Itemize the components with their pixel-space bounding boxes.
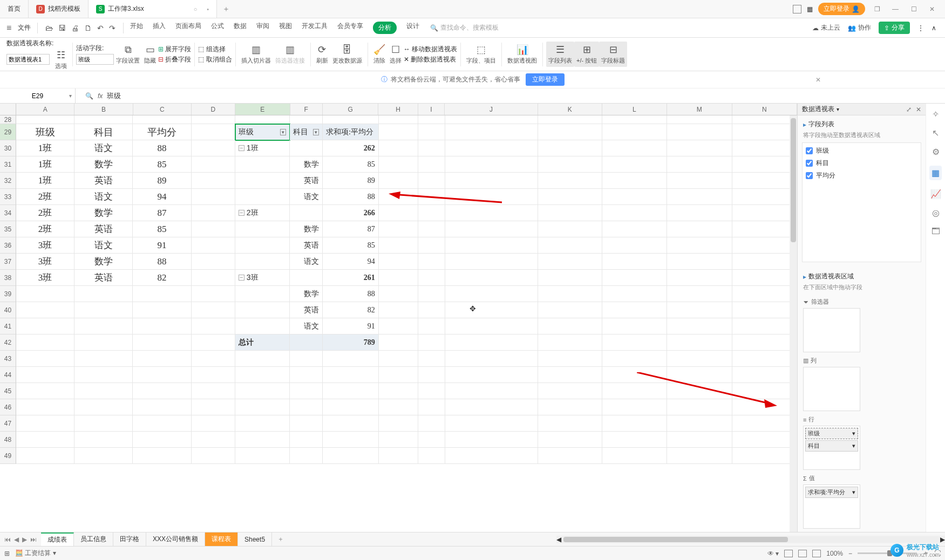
cell[interactable] bbox=[667, 115, 732, 124]
cell[interactable] bbox=[602, 156, 667, 173]
active-field-input[interactable] bbox=[76, 54, 114, 65]
cell[interactable] bbox=[667, 237, 732, 254]
cell[interactable] bbox=[74, 415, 133, 432]
cell[interactable] bbox=[538, 399, 602, 415]
sheet-tab-2[interactable]: 员工信息 bbox=[74, 532, 113, 546]
cell[interactable]: 88 bbox=[133, 140, 191, 156]
row-header[interactable]: 43 bbox=[0, 351, 16, 367]
cell[interactable] bbox=[74, 334, 133, 351]
cell[interactable]: −2班 bbox=[235, 205, 290, 221]
cell[interactable] bbox=[192, 432, 235, 448]
cell[interactable] bbox=[192, 189, 235, 205]
col-header-J[interactable]: J bbox=[445, 104, 538, 115]
row-header[interactable]: 31 bbox=[0, 156, 16, 173]
cell[interactable] bbox=[602, 286, 667, 302]
cell[interactable] bbox=[418, 351, 445, 367]
cell[interactable] bbox=[16, 115, 74, 124]
cell[interactable]: 1班 bbox=[16, 156, 74, 173]
command-search[interactable]: 🔍 查找命令、搜索模板 bbox=[430, 23, 499, 32]
cell[interactable] bbox=[418, 237, 445, 254]
cell[interactable] bbox=[445, 205, 539, 221]
cell[interactable] bbox=[732, 383, 797, 399]
cell[interactable] bbox=[379, 237, 419, 254]
cell[interactable] bbox=[418, 205, 445, 221]
row-header[interactable]: 46 bbox=[0, 399, 16, 415]
window-restore-icon[interactable]: ❐ bbox=[871, 5, 883, 13]
grid-icon[interactable]: ▦ bbox=[807, 5, 813, 13]
cell[interactable] bbox=[16, 351, 74, 367]
cell[interactable] bbox=[235, 415, 290, 432]
qat-print-icon[interactable]: 🖨 bbox=[71, 24, 79, 32]
window-close-icon[interactable]: ✕ bbox=[926, 5, 939, 13]
cell[interactable] bbox=[732, 140, 797, 156]
cell[interactable] bbox=[235, 221, 290, 237]
field-settings-button[interactable]: ⧉字段设置 bbox=[114, 44, 142, 65]
row-header[interactable]: 36 bbox=[0, 237, 16, 254]
cell[interactable] bbox=[418, 302, 445, 318]
cell[interactable] bbox=[732, 415, 797, 432]
cell[interactable] bbox=[418, 124, 445, 140]
cell[interactable] bbox=[602, 432, 667, 448]
area-filter-well[interactable] bbox=[803, 308, 860, 352]
cell[interactable] bbox=[74, 367, 133, 383]
qat-preview-icon[interactable]: 🗋 bbox=[84, 24, 92, 32]
status-mode-icon[interactable]: ⊞ bbox=[4, 550, 10, 557]
cell[interactable] bbox=[133, 448, 191, 464]
cell[interactable] bbox=[235, 237, 290, 254]
cell[interactable] bbox=[445, 286, 539, 302]
view-normal-icon[interactable] bbox=[784, 550, 793, 557]
cell[interactable] bbox=[379, 124, 419, 140]
tab-add[interactable]: ＋ bbox=[217, 4, 235, 14]
cell[interactable]: 语文 bbox=[74, 189, 133, 205]
cell[interactable] bbox=[192, 334, 235, 351]
cell[interactable] bbox=[732, 173, 797, 189]
cell[interactable]: 3班 bbox=[16, 237, 74, 254]
menu-start[interactable]: 开始 bbox=[130, 22, 143, 34]
cell[interactable] bbox=[235, 399, 290, 415]
cell[interactable] bbox=[290, 270, 323, 286]
cell[interactable] bbox=[538, 221, 602, 237]
cell[interactable] bbox=[538, 173, 602, 189]
cell[interactable] bbox=[732, 205, 797, 221]
cloud-status[interactable]: ☁ 未上云 bbox=[812, 23, 840, 32]
name-box-dropdown-icon[interactable]: ▾ bbox=[69, 93, 72, 99]
cell[interactable] bbox=[235, 302, 290, 318]
cell[interactable] bbox=[379, 156, 419, 173]
cell[interactable] bbox=[445, 351, 539, 367]
login-button[interactable]: 立即登录 👤 bbox=[818, 3, 865, 15]
cell[interactable] bbox=[16, 399, 74, 415]
cell[interactable] bbox=[538, 115, 602, 124]
panel-pin-icon[interactable]: ⤢ bbox=[906, 106, 912, 113]
field-item[interactable]: 班级 bbox=[806, 146, 917, 155]
col-header-A[interactable]: A bbox=[16, 104, 74, 115]
cell[interactable] bbox=[602, 302, 667, 318]
cell[interactable]: 语文 bbox=[290, 318, 323, 334]
cell[interactable]: 85 bbox=[133, 221, 191, 237]
cell[interactable]: 2班 bbox=[16, 205, 74, 221]
menu-analysis[interactable]: 分析 bbox=[373, 22, 397, 34]
cell[interactable] bbox=[379, 221, 419, 237]
col-header-N[interactable]: N bbox=[732, 104, 797, 115]
row-header[interactable]: 44 bbox=[0, 367, 16, 383]
refresh-button[interactable]: ⟳刷新 bbox=[314, 44, 330, 65]
cell[interactable] bbox=[16, 432, 74, 448]
cell[interactable]: 语文 bbox=[290, 254, 323, 270]
sheet-add-button[interactable]: ＋ bbox=[272, 535, 289, 544]
move-pvt-button[interactable]: ↔ 移动数据透视表 bbox=[404, 45, 457, 54]
cell[interactable]: 1班 bbox=[16, 173, 74, 189]
cell[interactable] bbox=[602, 254, 667, 270]
qat-save-icon[interactable]: 🖫 bbox=[58, 24, 66, 32]
cell[interactable] bbox=[192, 448, 235, 464]
collapse-icon[interactable]: − bbox=[239, 275, 244, 281]
cell[interactable]: 总计 bbox=[235, 334, 290, 351]
fx-icon[interactable]: fx bbox=[98, 92, 103, 100]
cell[interactable] bbox=[379, 205, 419, 221]
cell[interactable]: 88 bbox=[323, 286, 379, 302]
cell[interactable] bbox=[235, 254, 290, 270]
cell[interactable] bbox=[323, 415, 379, 432]
cell[interactable] bbox=[379, 367, 419, 383]
rail-location-icon[interactable]: ◎ bbox=[932, 208, 940, 218]
status-salary-button[interactable]: 🧮 工资结算 ▾ bbox=[15, 549, 56, 558]
area-rows-well[interactable]: 班级▾科目▾ bbox=[803, 426, 860, 470]
row-chip[interactable]: 科目▾ bbox=[805, 440, 858, 452]
